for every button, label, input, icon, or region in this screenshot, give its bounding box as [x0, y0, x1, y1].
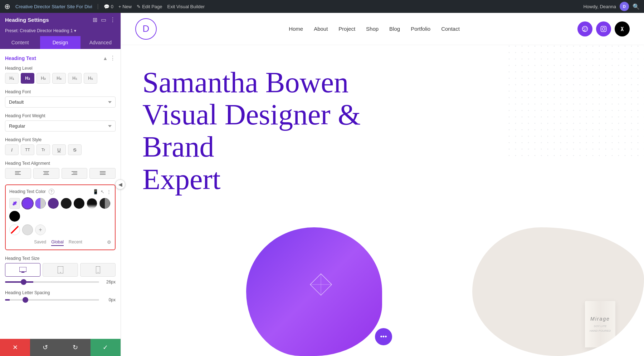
menu-item-blog[interactable]: Blog: [389, 26, 400, 32]
svg-rect-1: [15, 173, 19, 173]
color-settings-icon[interactable]: ⚙: [107, 239, 111, 245]
color-swatches-row2: +: [9, 224, 111, 235]
align-right-button[interactable]: [62, 168, 88, 179]
admin-search-icon[interactable]: 🔍: [633, 3, 640, 10]
align-justify-button[interactable]: [89, 168, 116, 179]
maximize-icon[interactable]: ⊞: [93, 16, 97, 23]
section-more-icon[interactable]: ⋮: [110, 55, 116, 61]
product-diamond: [308, 272, 333, 298]
size-icon-buttons: [5, 263, 116, 277]
alignment-buttons: [5, 168, 116, 179]
heading-font-weight-select[interactable]: Regular: [5, 120, 116, 132]
italic-button[interactable]: I: [5, 144, 19, 155]
admin-exit-builder[interactable]: Exit Visual Builder: [167, 4, 205, 9]
panel-preset[interactable]: Preset: Creative Director Heading 1 ▾: [0, 27, 121, 36]
admin-comments[interactable]: 💬 0: [104, 4, 113, 9]
panel-title: Heading Settings: [5, 17, 49, 23]
admin-edit-page[interactable]: ✎ Edit Page: [137, 4, 162, 9]
swatch-half-dark[interactable]: [99, 198, 110, 209]
swatch-dark-purple[interactable]: [48, 198, 59, 209]
site-logo: D: [135, 18, 157, 40]
admin-new-button[interactable]: + New: [118, 4, 132, 9]
heading-text-color-section: Heading Text Color ? 📱 ↖ ⋮: [5, 184, 116, 250]
uppercase-button[interactable]: TT: [21, 144, 34, 155]
menu-item-contact[interactable]: Contact: [441, 26, 460, 32]
svg-point-25: [602, 28, 605, 30]
color-help-icon[interactable]: ?: [49, 189, 54, 194]
svg-rect-12: [100, 171, 106, 172]
right-panel: D Home About Project Shop Blog Portfolio…: [121, 13, 644, 356]
left-panel: Heading Settings ⊞ ▭ ⋮ Preset: Creative …: [0, 13, 121, 356]
h4-button[interactable]: H₄: [52, 73, 66, 84]
tab-design[interactable]: Design: [40, 36, 80, 49]
h5-button[interactable]: H₅: [68, 73, 82, 84]
underline-button[interactable]: U: [52, 144, 66, 155]
swatch-near-black-3[interactable]: [87, 198, 97, 209]
swatch-near-black-2[interactable]: [74, 198, 84, 209]
color-tab-global[interactable]: Global: [51, 239, 64, 246]
letter-spacing-value: 0px: [103, 297, 116, 302]
admin-howdy: Howdy, Deanna: [583, 4, 616, 9]
swatch-purple[interactable]: [22, 198, 33, 209]
swatch-near-black-1[interactable]: [61, 198, 72, 209]
admin-avatar[interactable]: D: [620, 2, 629, 11]
swatch-light-grey[interactable]: [22, 224, 33, 235]
heading-font-select[interactable]: Default: [5, 97, 116, 108]
color-more-icon[interactable]: ⋮: [107, 189, 111, 194]
swatch-transparent-1[interactable]: [9, 224, 20, 235]
size-desktop-button[interactable]: [5, 263, 40, 277]
more-actions-button[interactable]: •••: [375, 328, 392, 345]
social-x[interactable]: [615, 21, 630, 36]
cancel-button[interactable]: ✕: [0, 339, 30, 356]
tab-content[interactable]: Content: [0, 36, 40, 49]
h3-button[interactable]: H₃: [36, 73, 50, 84]
menu-item-shop[interactable]: Shop: [366, 26, 379, 32]
add-color-button[interactable]: +: [35, 224, 46, 235]
swatch-half-purple[interactable]: [35, 198, 46, 209]
color-swatches-row1: [9, 198, 111, 222]
menu-item-project[interactable]: Project: [338, 26, 355, 32]
admin-site-name[interactable]: Creative Director Starter Site For Divi: [15, 4, 92, 9]
size-mobile-button[interactable]: [80, 263, 116, 277]
align-left-button[interactable]: [5, 168, 31, 179]
svg-rect-0: [15, 171, 21, 172]
mobile-icon[interactable]: 📱: [93, 189, 98, 194]
redo-button[interactable]: ↻: [60, 339, 91, 356]
hero-heading: Samantha Bowen Visual Designer & Brand E…: [142, 66, 421, 196]
heading-level-label: Heading Level: [5, 66, 116, 71]
menu-item-home[interactable]: Home: [289, 26, 303, 32]
social-instagram[interactable]: [596, 21, 611, 36]
letter-spacing-range-input[interactable]: [5, 299, 99, 301]
swatch-black[interactable]: [9, 211, 20, 222]
hero-heading-line2: Visual Designer & Brand: [142, 98, 361, 163]
admin-bar-right: Howdy, Deanna D 🔍: [583, 2, 640, 11]
edit-icon: ✎: [137, 4, 141, 9]
h1-button[interactable]: H₁: [5, 73, 19, 84]
menu-item-portfolio[interactable]: Portfolio: [411, 26, 430, 32]
capitalize-button[interactable]: Tr: [36, 144, 50, 155]
layout-icon[interactable]: ▭: [101, 16, 106, 23]
tab-advanced[interactable]: Advanced: [80, 36, 121, 49]
size-range-input[interactable]: [5, 281, 99, 283]
collapse-arrow[interactable]: ◀: [115, 179, 125, 189]
color-tab-recent[interactable]: Recent: [69, 239, 82, 246]
heading-text-size-group: Heading Text Size 26px: [5, 256, 116, 285]
strikethrough-button[interactable]: S: [68, 144, 82, 155]
undo-button[interactable]: ↺: [30, 339, 60, 356]
wordpress-icon[interactable]: ⊕: [4, 2, 10, 11]
align-center-button[interactable]: [33, 168, 59, 179]
dot-pattern: [508, 45, 644, 159]
menu-item-about[interactable]: About: [314, 26, 328, 32]
cursor-icon[interactable]: ↖: [101, 189, 104, 194]
section-collapse-icon[interactable]: ▲: [103, 55, 108, 61]
eyedropper-button[interactable]: [9, 198, 20, 209]
save-button[interactable]: ✓: [91, 339, 121, 356]
social-dribbble[interactable]: [577, 21, 592, 36]
color-tab-saved[interactable]: Saved: [34, 239, 46, 246]
size-tablet-button[interactable]: [43, 263, 78, 277]
heading-font-weight-label: Heading Font Weight: [5, 113, 116, 118]
svg-line-32: [321, 274, 332, 285]
more-icon[interactable]: ⋮: [110, 16, 116, 23]
h2-button[interactable]: H₂: [21, 73, 34, 84]
h6-button[interactable]: H₆: [84, 73, 97, 84]
